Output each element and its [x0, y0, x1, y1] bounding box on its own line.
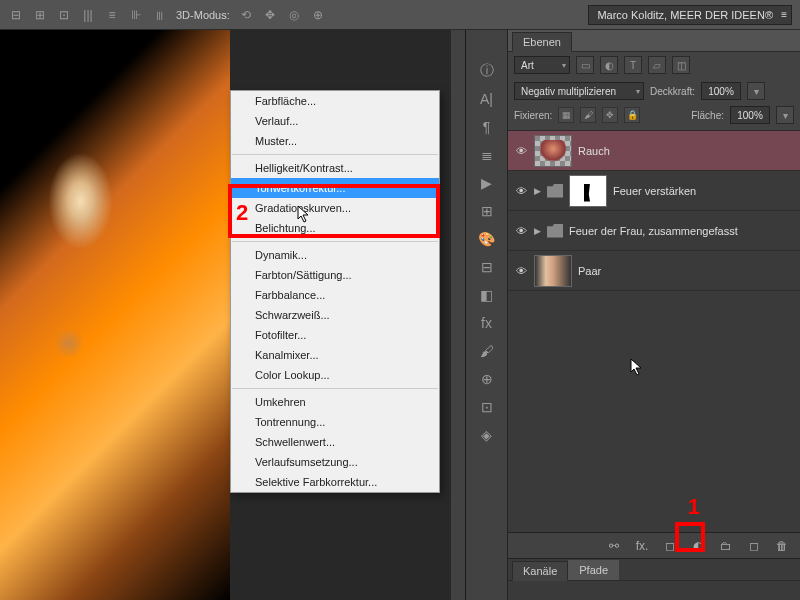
menu-item[interactable]: Schwellenwert... [231, 432, 439, 452]
layer-filter-dropdown[interactable]: Art [514, 56, 570, 74]
menu-item[interactable]: Verlauf... [231, 111, 439, 131]
filter-shape-icon[interactable]: ▱ [648, 56, 666, 74]
layer-mask-icon[interactable]: ◻ [662, 538, 678, 554]
menu-item[interactable]: Tontrennung... [231, 412, 439, 432]
group-icon[interactable]: 🗀 [718, 538, 734, 554]
menu-item[interactable]: Selektive Farbkorrektur... [231, 472, 439, 492]
link-layers-icon[interactable]: ⚯ [606, 538, 622, 554]
menu-item[interactable]: Fotofilter... [231, 325, 439, 345]
info-icon[interactable]: ⓘ [476, 60, 498, 82]
menu-item[interactable]: Farbfläche... [231, 91, 439, 111]
layer-name: Rauch [578, 145, 610, 157]
menu-item[interactable]: Tonwertkorrektur... [231, 178, 439, 198]
color-icon[interactable]: 🎨 [476, 228, 498, 250]
character-icon[interactable]: A| [476, 88, 498, 110]
filter-pixel-icon[interactable]: ▭ [576, 56, 594, 74]
layer-row[interactable]: 👁 Rauch [508, 131, 800, 171]
align-icon[interactable]: ⊞ [32, 7, 48, 23]
swatches-icon[interactable]: ⊞ [476, 200, 498, 222]
pan-icon[interactable]: ✥ [262, 7, 278, 23]
visibility-icon[interactable]: 👁 [514, 224, 528, 238]
mode3d-label: 3D-Modus: [176, 9, 230, 21]
folder-icon [547, 224, 563, 238]
menu-item[interactable]: Belichtung... [231, 218, 439, 238]
dropdown-icon[interactable]: ▾ [747, 82, 765, 100]
menu-item[interactable]: Helligkeit/Kontrast... [231, 158, 439, 178]
tab-channels[interactable]: Kanäle [512, 561, 568, 581]
align-icon[interactable]: ⊡ [56, 7, 72, 23]
disclosure-icon[interactable]: ▶ [534, 186, 541, 196]
layer-row[interactable]: 👁 ▶ Feuer verstärken [508, 171, 800, 211]
distribute-icon[interactable]: ⫼ [152, 7, 168, 23]
filter-smart-icon[interactable]: ◫ [672, 56, 690, 74]
menu-item[interactable]: Umkehren [231, 392, 439, 412]
brush-icon[interactable]: 🖌 [476, 340, 498, 362]
lock-position-icon[interactable]: ✥ [602, 107, 618, 123]
styles-icon[interactable]: ≣ [476, 144, 498, 166]
menu-item[interactable]: Kanalmixer... [231, 345, 439, 365]
tool-icon[interactable]: ⊡ [476, 396, 498, 418]
mask-thumbnail[interactable] [569, 175, 607, 207]
layer-row[interactable]: 👁 Paar [508, 251, 800, 291]
orbit-icon[interactable]: ⟲ [238, 7, 254, 23]
callout-number-2: 2 [236, 200, 248, 226]
distribute-icon[interactable]: ≡ [104, 7, 120, 23]
menu-item[interactable]: Dynamik... [231, 245, 439, 265]
fill-label: Fläche: [691, 110, 724, 121]
menu-item[interactable]: Muster... [231, 131, 439, 151]
play-icon[interactable]: ▶ [476, 172, 498, 194]
filter-type-icon[interactable]: T [624, 56, 642, 74]
adjustment-layer-icon[interactable]: ◐ [690, 538, 706, 554]
menu-item[interactable]: Farbbalance... [231, 285, 439, 305]
menu-item[interactable]: Color Lookup... [231, 365, 439, 385]
tool-icon[interactable]: ◈ [476, 424, 498, 446]
canvas-image [0, 30, 230, 600]
layer-row[interactable]: 👁 ▶ Feuer der Frau, zusammengefasst [508, 211, 800, 251]
filter-adjust-icon[interactable]: ◐ [600, 56, 618, 74]
fx-icon[interactable]: fx [476, 312, 498, 334]
workspace-dropdown[interactable]: Marco Kolditz, MEER DER IDEEN® [588, 5, 792, 25]
opacity-input[interactable]: 100% [701, 82, 741, 100]
menu-item[interactable]: Farbton/Sättigung... [231, 265, 439, 285]
layer-name: Paar [578, 265, 601, 277]
fill-input[interactable]: 100% [730, 106, 770, 124]
blend-mode-dropdown[interactable]: Negativ multiplizieren [514, 82, 644, 100]
trash-icon[interactable]: 🗑 [774, 538, 790, 554]
new-layer-icon[interactable]: ◻ [746, 538, 762, 554]
zoom3d-icon[interactable]: ⊕ [310, 7, 326, 23]
visibility-icon[interactable]: 👁 [514, 264, 528, 278]
clone-icon[interactable]: ⊕ [476, 368, 498, 390]
distribute-icon[interactable]: ⊪ [128, 7, 144, 23]
canvas-scrollbar[interactable] [451, 30, 465, 600]
lock-transparency-icon[interactable]: ▦ [558, 107, 574, 123]
layers-icon[interactable]: ◧ [476, 284, 498, 306]
menu-item[interactable]: Gradationskurven... [231, 198, 439, 218]
align-icon[interactable]: ⊟ [8, 7, 24, 23]
canvas-area: Farbfläche...Verlauf...Muster...Helligke… [0, 30, 466, 600]
dropdown-icon[interactable]: ▾ [776, 106, 794, 124]
adjustment-layer-menu: Farbfläche...Verlauf...Muster...Helligke… [230, 90, 440, 493]
slide-icon[interactable]: ◎ [286, 7, 302, 23]
layer-name: Feuer verstärken [613, 185, 696, 197]
callout-number-1: 1 [688, 494, 700, 520]
layer-fx-icon[interactable]: fx. [634, 538, 650, 554]
cursor-icon [297, 205, 313, 225]
lock-pixels-icon[interactable]: 🖌 [580, 107, 596, 123]
tab-layers[interactable]: Ebenen [512, 32, 572, 52]
adjustments-icon[interactable]: ⊟ [476, 256, 498, 278]
cursor-icon [630, 358, 646, 378]
layer-thumbnail[interactable] [534, 135, 572, 167]
visibility-icon[interactable]: 👁 [514, 144, 528, 158]
tab-paths[interactable]: Pfade [568, 560, 619, 580]
lock-all-icon[interactable]: 🔒 [624, 107, 640, 123]
layer-panel-footer: ⚯ fx. ◻ ◐ 🗀 ◻ 🗑 [508, 532, 800, 558]
visibility-icon[interactable]: 👁 [514, 184, 528, 198]
menu-item[interactable]: Schwarzweiß... [231, 305, 439, 325]
distribute-icon[interactable]: ||| [80, 7, 96, 23]
disclosure-icon[interactable]: ▶ [534, 226, 541, 236]
layer-thumbnail[interactable] [534, 255, 572, 287]
options-bar: ⊟ ⊞ ⊡ ||| ≡ ⊪ ⫼ 3D-Modus: ⟲ ✥ ◎ ⊕ Marco … [0, 0, 800, 30]
collapsed-panels-strip: ⓘ A| ¶ ≣ ▶ ⊞ 🎨 ⊟ ◧ fx 🖌 ⊕ ⊡ ◈ [466, 30, 508, 600]
paragraph-icon[interactable]: ¶ [476, 116, 498, 138]
menu-item[interactable]: Verlaufsumsetzung... [231, 452, 439, 472]
